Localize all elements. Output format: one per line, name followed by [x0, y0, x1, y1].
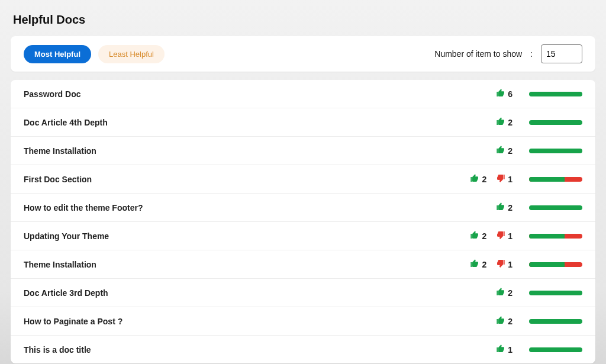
docs-list: Password Doc6Doc Article 4th Depth2Theme… — [11, 80, 595, 363]
toolbar: Most Helpful Least Helpful Number of ite… — [11, 36, 595, 72]
items-input[interactable] — [541, 44, 582, 63]
doc-title: How to edit the theme Footer? — [24, 203, 465, 212]
upvote: 2 — [496, 145, 512, 156]
tab-least-helpful[interactable]: Least Helpful — [98, 45, 165, 63]
ratio-bar-up — [529, 347, 582, 352]
downvote-count: 1 — [508, 175, 512, 184]
doc-title: Doc Article 4th Depth — [24, 118, 465, 127]
thumb-up-icon — [496, 344, 505, 355]
upvote: 2 — [496, 315, 512, 327]
upvote-count: 1 — [508, 345, 512, 355]
items-colon: : — [530, 49, 533, 59]
votes: 2 — [465, 315, 512, 327]
upvote: 1 — [496, 344, 512, 355]
doc-title: Theme Installation — [24, 260, 465, 269]
list-item[interactable]: First Doc Section21 — [11, 165, 595, 194]
votes: 1 — [465, 344, 512, 355]
tab-most-helpful[interactable]: Most Helpful — [24, 45, 91, 63]
votes: 6 — [465, 88, 512, 99]
downvote-count: 1 — [508, 260, 512, 269]
downvote: 1 — [496, 230, 512, 241]
upvote: 6 — [496, 88, 512, 99]
upvote-count: 2 — [482, 260, 486, 269]
items-control: Number of item to show : — [434, 44, 582, 63]
ratio-bar — [529, 92, 582, 96]
doc-title: This is a doc title — [24, 345, 465, 355]
list-item[interactable]: Doc Article 3rd Depth2 — [11, 279, 595, 307]
downvote: 1 — [496, 173, 512, 185]
thumb-up-icon — [470, 230, 479, 241]
upvote-count: 2 — [508, 203, 512, 212]
upvote-count: 2 — [482, 175, 486, 184]
list-item[interactable]: This is a doc title1 — [11, 336, 595, 363]
votes: 2 — [465, 117, 512, 128]
ratio-bar-up — [529, 177, 565, 182]
doc-title: Theme Installation — [24, 146, 465, 156]
upvote: 2 — [496, 117, 512, 128]
ratio-bar-up — [529, 291, 582, 295]
ratio-bar-up — [529, 92, 582, 96]
upvote-count: 2 — [508, 288, 512, 298]
votes: 21 — [465, 230, 512, 241]
doc-title: Doc Article 3rd Depth — [24, 288, 465, 298]
list-item[interactable]: Theme Installation2 — [11, 137, 595, 165]
votes: 2 — [465, 145, 512, 156]
upvote: 2 — [496, 287, 512, 298]
items-label: Number of item to show — [434, 49, 522, 59]
votes: 21 — [465, 259, 512, 270]
upvote-count: 2 — [482, 231, 486, 241]
thumb-up-icon — [496, 117, 505, 128]
list-item[interactable]: Password Doc6 — [11, 80, 595, 108]
page-title: Helpful Docs — [13, 13, 595, 27]
thumb-up-icon — [470, 259, 479, 270]
upvote: 2 — [470, 173, 486, 185]
downvote: 1 — [496, 259, 512, 270]
downvote-count: 1 — [508, 231, 512, 241]
thumb-up-icon — [496, 202, 505, 213]
upvote-count: 2 — [508, 118, 512, 127]
thumb-down-icon — [496, 230, 505, 241]
thumb-down-icon — [496, 259, 505, 270]
ratio-bar — [529, 120, 582, 125]
ratio-bar — [529, 177, 582, 182]
thumb-up-icon — [496, 287, 505, 298]
ratio-bar — [529, 319, 582, 324]
votes: 2 — [465, 202, 512, 213]
ratio-bar — [529, 262, 582, 267]
ratio-bar — [529, 347, 582, 352]
ratio-bar-up — [529, 120, 582, 125]
ratio-bar-up — [529, 149, 582, 153]
upvote-count: 6 — [508, 89, 512, 99]
votes: 2 — [465, 287, 512, 298]
thumb-up-icon — [470, 173, 479, 185]
ratio-bar-up — [529, 319, 582, 324]
ratio-bar — [529, 234, 582, 239]
thumb-up-icon — [496, 88, 505, 99]
doc-title: First Doc Section — [24, 175, 465, 184]
ratio-bar — [529, 205, 582, 210]
doc-title: How to Paginate a Post ? — [24, 317, 465, 326]
ratio-bar-up — [529, 205, 582, 210]
upvote: 2 — [470, 230, 486, 241]
list-item[interactable]: Doc Article 4th Depth2 — [11, 108, 595, 137]
list-item[interactable]: How to edit the theme Footer?2 — [11, 194, 595, 222]
votes: 21 — [465, 173, 512, 185]
ratio-bar-up — [529, 262, 565, 267]
thumb-up-icon — [496, 315, 505, 327]
thumb-up-icon — [496, 145, 505, 156]
list-item[interactable]: How to Paginate a Post ?2 — [11, 307, 595, 336]
ratio-bar — [529, 291, 582, 295]
upvote: 2 — [470, 259, 486, 270]
ratio-bar-up — [529, 234, 565, 239]
upvote-count: 2 — [508, 146, 512, 156]
thumb-down-icon — [496, 173, 505, 185]
doc-title: Password Doc — [24, 89, 465, 99]
ratio-bar — [529, 149, 582, 153]
list-item[interactable]: Theme Installation21 — [11, 250, 595, 279]
upvote: 2 — [496, 202, 512, 213]
tabs: Most Helpful Least Helpful — [24, 45, 165, 63]
upvote-count: 2 — [508, 317, 512, 326]
doc-title: Updating Your Theme — [24, 231, 465, 241]
list-item[interactable]: Updating Your Theme21 — [11, 222, 595, 250]
